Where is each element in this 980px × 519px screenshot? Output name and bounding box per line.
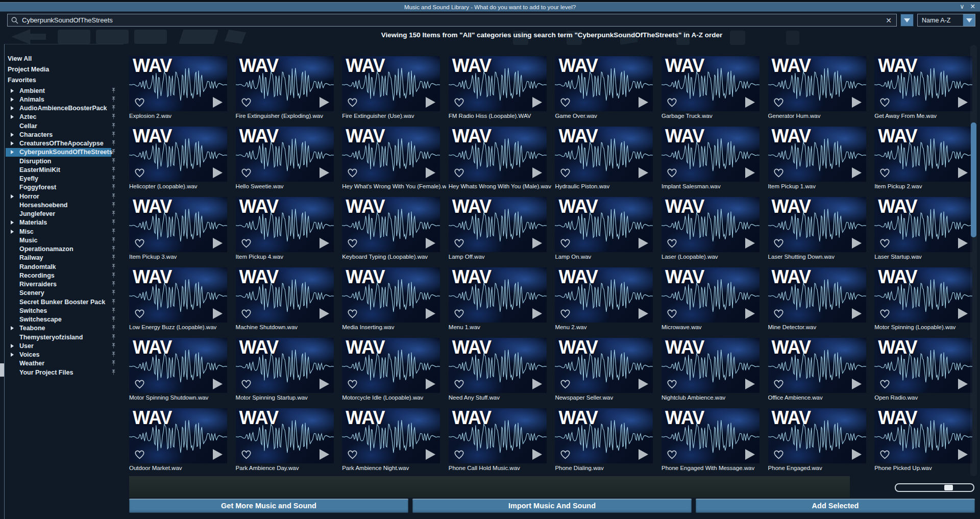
- play-preview-icon[interactable]: [532, 449, 542, 460]
- favorite-heart-icon[interactable]: [559, 379, 571, 389]
- play-preview-icon[interactable]: [426, 379, 435, 389]
- sound-thumbnail[interactable]: WAV: [236, 267, 334, 323]
- sound-tile[interactable]: WAV Phone Call Hold Music.wav: [449, 408, 547, 471]
- sound-thumbnail[interactable]: WAV: [555, 197, 653, 252]
- sound-tile[interactable]: WAV Item Pickup 4.wav: [236, 197, 334, 260]
- play-preview-icon[interactable]: [532, 308, 542, 319]
- pin-icon[interactable]: [111, 202, 116, 208]
- favorite-heart-icon[interactable]: [134, 238, 145, 249]
- favorite-heart-icon[interactable]: [347, 308, 358, 319]
- pin-icon[interactable]: [111, 246, 116, 252]
- play-preview-icon[interactable]: [958, 308, 968, 319]
- play-preview-icon[interactable]: [426, 238, 435, 249]
- favorite-heart-icon[interactable]: [240, 238, 252, 249]
- favorite-heart-icon[interactable]: [134, 97, 145, 108]
- sidebar-category-your-project-files[interactable]: Your Project Files: [5, 368, 124, 377]
- get-more-music-button[interactable]: Get More Music and Sound: [129, 499, 408, 513]
- sidebar-category-voices[interactable]: Voices: [5, 351, 124, 359]
- play-preview-icon[interactable]: [532, 167, 542, 178]
- expand-arrow-icon[interactable]: [11, 194, 14, 199]
- play-preview-icon[interactable]: [639, 379, 648, 389]
- sound-tile[interactable]: WAV Hello Sweetie.wav: [236, 127, 334, 189]
- grid-scrollbar-track[interactable]: [970, 45, 977, 476]
- sound-thumbnail[interactable]: WAV: [449, 197, 547, 252]
- pin-icon[interactable]: [111, 140, 116, 146]
- pin-icon[interactable]: [111, 369, 116, 376]
- search-value[interactable]: CyberpunkSoundOfTheStreets: [22, 16, 886, 24]
- sidebar-category-eyefly[interactable]: Eyefly: [5, 175, 124, 183]
- sidebar-category-user[interactable]: User: [5, 341, 124, 350]
- sound-thumbnail[interactable]: WAV: [236, 127, 334, 182]
- pin-icon[interactable]: [111, 105, 116, 111]
- favorite-heart-icon[interactable]: [879, 167, 891, 178]
- sound-thumbnail[interactable]: WAV: [874, 56, 972, 111]
- sidebar-category-junglefever[interactable]: Junglefever: [5, 210, 124, 218]
- sound-thumbnail[interactable]: WAV: [874, 127, 972, 182]
- sidebar-category-operationamazon[interactable]: Operationamazon: [5, 245, 124, 254]
- sound-thumbnail[interactable]: WAV: [129, 197, 227, 252]
- pin-icon[interactable]: [111, 299, 116, 305]
- sound-tile[interactable]: WAV Fire Extinguisher (Use).wav: [342, 56, 440, 119]
- play-preview-icon[interactable]: [639, 167, 648, 178]
- sound-tile[interactable]: WAV Item Pickup 3.wav: [129, 197, 227, 260]
- sidebar-category-foggyforest[interactable]: Foggyforest: [5, 183, 124, 192]
- sound-tile[interactable]: WAV Phone Picked Up.wav: [874, 408, 972, 471]
- play-preview-icon[interactable]: [320, 449, 329, 460]
- sound-thumbnail[interactable]: WAV: [662, 267, 760, 323]
- pin-icon[interactable]: [111, 123, 116, 129]
- sound-thumbnail[interactable]: WAV: [236, 56, 334, 111]
- pin-icon[interactable]: [111, 290, 116, 296]
- sound-tile[interactable]: WAV Media Inserting.wav: [342, 267, 440, 330]
- sound-tile[interactable]: WAV Implant Salesman.wav: [662, 127, 760, 189]
- sound-tile[interactable]: WAV Get Away From Me.wav: [874, 56, 972, 119]
- play-preview-icon[interactable]: [745, 167, 755, 178]
- sound-tile[interactable]: WAV Generator Hum.wav: [768, 56, 866, 119]
- play-preview-icon[interactable]: [532, 97, 542, 108]
- play-preview-icon[interactable]: [532, 379, 542, 389]
- sound-tile[interactable]: WAV Laser (Loopable).wav: [662, 197, 760, 260]
- minimize-icon[interactable]: ∨: [960, 4, 964, 10]
- play-preview-icon[interactable]: [426, 167, 435, 178]
- sound-thumbnail[interactable]: WAV: [236, 197, 334, 252]
- favorite-heart-icon[interactable]: [773, 308, 785, 319]
- play-preview-icon[interactable]: [320, 238, 329, 249]
- play-preview-icon[interactable]: [639, 449, 648, 460]
- sidebar-category-riverraiders[interactable]: Riverraiders: [5, 280, 124, 289]
- play-preview-icon[interactable]: [426, 308, 435, 319]
- favorite-heart-icon[interactable]: [666, 308, 678, 319]
- sidebar-category-characters[interactable]: Characters: [5, 130, 124, 139]
- play-preview-icon[interactable]: [426, 449, 435, 460]
- sound-thumbnail[interactable]: WAV: [449, 408, 547, 463]
- close-icon[interactable]: ✕: [970, 4, 975, 10]
- sidebar-category-misc[interactable]: Misc: [5, 227, 124, 236]
- dialog-titlebar[interactable]: Music and Sound Library - What do you wa…: [0, 2, 980, 12]
- favorite-heart-icon[interactable]: [773, 238, 785, 249]
- sound-tile[interactable]: WAV Mine Detector.wav: [768, 267, 866, 330]
- sound-tile[interactable]: WAV Phone Engaged With Message.wav: [662, 408, 760, 471]
- favorite-heart-icon[interactable]: [879, 97, 891, 108]
- sound-tile[interactable]: WAV Helicopter (Loopable).wav: [129, 127, 227, 189]
- sound-thumbnail[interactable]: WAV: [874, 408, 972, 463]
- sound-thumbnail[interactable]: WAV: [768, 127, 866, 182]
- favorite-heart-icon[interactable]: [879, 449, 891, 460]
- favorite-heart-icon[interactable]: [347, 449, 358, 460]
- favorite-heart-icon[interactable]: [773, 379, 785, 389]
- sound-tile[interactable]: WAV Keyboard Typing (Loopable).wav: [342, 197, 440, 260]
- favorite-heart-icon[interactable]: [347, 238, 358, 249]
- sound-tile[interactable]: WAV Microwave.wav: [662, 267, 760, 330]
- sound-tile[interactable]: WAV Hydraulic Piston.wav: [555, 127, 653, 189]
- sidebar-item-view-all[interactable]: View All: [5, 53, 124, 64]
- expand-arrow-icon[interactable]: [11, 106, 14, 110]
- sound-thumbnail[interactable]: WAV: [449, 267, 547, 323]
- favorite-heart-icon[interactable]: [453, 167, 465, 178]
- sound-tile[interactable]: WAV Motorcycle Idle (Loopable).wav: [342, 338, 440, 401]
- favorite-heart-icon[interactable]: [666, 238, 678, 249]
- sound-thumbnail[interactable]: WAV: [449, 56, 547, 111]
- play-preview-icon[interactable]: [852, 238, 862, 249]
- expand-arrow-icon[interactable]: [11, 344, 14, 348]
- sidebar-category-ambient[interactable]: Ambient: [5, 86, 124, 95]
- pin-icon[interactable]: [111, 237, 116, 243]
- sidebar-category-railway[interactable]: Railway: [5, 254, 124, 262]
- sound-thumbnail[interactable]: WAV: [449, 127, 547, 182]
- favorite-heart-icon[interactable]: [240, 308, 252, 319]
